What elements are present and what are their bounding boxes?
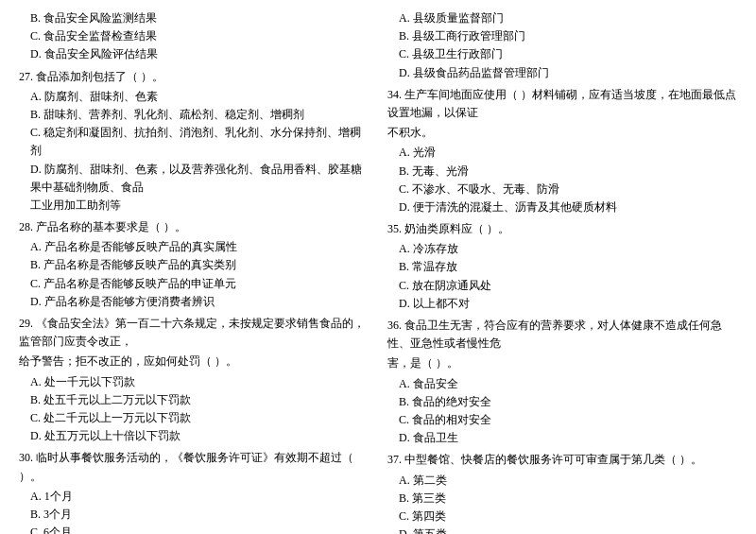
q27-option-a: A. 防腐剂、甜味剂、色素 [19, 88, 369, 106]
q35-option-c: C. 放在阴凉通风处 [387, 277, 737, 295]
q34-option-d: D. 便于清洗的混凝土、沥青及其他硬质材料 [387, 198, 737, 216]
q35-option-a: A. 冷冻存放 [387, 240, 737, 258]
q34-option-a: A. 光滑 [387, 144, 737, 162]
q30-option-b: B. 3个月 [19, 506, 369, 524]
q37-option-d: D. 第五类 [387, 525, 737, 534]
q33-option-a: A. 县级质量监督部门 [387, 9, 737, 27]
left-column: B. 食品安全风险监测结果 C. 食品安全监督检查结果 D. 食品安全风险评估结… [19, 9, 369, 534]
q35-option-b: B. 常温存放 [387, 258, 737, 276]
q34-option-c: C. 不渗水、不吸水、无毒、防滑 [387, 181, 737, 198]
q29-text1: 29. 《食品安全法》第一百二十六条规定，未按规定要求销售食品的，监管部门应责令… [19, 315, 369, 351]
q28-option-d: D. 产品名称是否能够方便消费者辨识 [19, 293, 369, 311]
q37-option-a: A. 第二类 [387, 472, 737, 490]
q34-option-b: B. 无毒、光滑 [387, 163, 737, 181]
page-content: B. 食品安全风险监测结果 C. 食品安全监督检查结果 D. 食品安全风险评估结… [19, 9, 737, 534]
q34-text1: 34. 生产车间地面应使用（ ）材料铺砌，应有适当坡度，在地面最低点设置地漏，以… [387, 86, 737, 122]
question-33-options: A. 县级质量监督部门 B. 县级工商行政管理部门 C. 县级卫生行政部门 D.… [387, 9, 737, 82]
q34-text2: 不积水。 [387, 124, 737, 142]
q27-option-d1: D. 防腐剂、甜味剂、色素，以及营养强化剂、食品用香料、胶基糖果中基础剂物质、食… [19, 161, 369, 197]
q30-option-a: A. 1个月 [19, 488, 369, 506]
option-d-food-assess: D. 食品安全风险评估结果 [19, 45, 369, 63]
q28-text: 28. 产品名称的基本要求是（ ）。 [19, 218, 369, 236]
q36-text2: 害，是（ ）。 [387, 354, 737, 372]
question-30: 30. 临时从事餐饮服务活动的，《餐饮服务许可证》有效期不超过（ ）。 A. 1… [19, 449, 369, 534]
question-36: 36. 食品卫生无害，符合应有的营养要求，对人体健康不造成任何急性、亚急性或者慢… [387, 317, 737, 447]
question-34: 34. 生产车间地面应使用（ ）材料铺砌，应有适当坡度，在地面最低点设置地漏，以… [387, 86, 737, 216]
q27-text: 27. 食品添加剂包括了（ ）。 [19, 68, 369, 86]
q37-option-b: B. 第三类 [387, 490, 737, 508]
q36-option-c: C. 食品的相对安全 [387, 411, 737, 429]
q29-option-b: B. 处五千元以上二万元以下罚款 [19, 391, 369, 409]
q29-option-c: C. 处二千元以上一万元以下罚款 [19, 409, 369, 427]
question-28: 28. 产品名称的基本要求是（ ）。 A. 产品名称是否能够反映产品的真实属性 … [19, 218, 369, 311]
option-c-food-supervise: C. 食品安全监督检查结果 [19, 27, 369, 45]
q33-option-c: C. 县级卫生行政部门 [387, 45, 737, 63]
q37-option-c: C. 第四类 [387, 508, 737, 525]
q28-option-a: A. 产品名称是否能够反映产品的真实属性 [19, 238, 369, 256]
q36-text1: 36. 食品卫生无害，符合应有的营养要求，对人体健康不造成任何急性、亚急性或者慢… [387, 317, 737, 353]
q30-text: 30. 临时从事餐饮服务活动的，《餐饮服务许可证》有效期不超过（ ）。 [19, 449, 369, 485]
q27-option-c: C. 稳定剂和凝固剂、抗拍剂、消泡剂、乳化剂、水分保持剂、增稠剂 [19, 124, 369, 160]
q27-option-b: B. 甜味剂、营养剂、乳化剂、疏松剂、稳定剂、增稠剂 [19, 106, 369, 124]
q27-option-d2: 工业用加工助剂等 [19, 197, 369, 215]
q30-option-c: C. 6个月 [19, 524, 369, 534]
q28-option-b: B. 产品名称是否能够反映产品的真实类别 [19, 256, 369, 274]
q35-option-d: D. 以上都不对 [387, 295, 737, 313]
q35-text: 35. 奶油类原料应（ ）。 [387, 220, 737, 238]
question-27: 27. 食品添加剂包括了（ ）。 A. 防腐剂、甜味剂、色素 B. 甜味剂、营养… [19, 68, 369, 215]
q36-option-b: B. 食品的绝对安全 [387, 393, 737, 411]
q33-option-d: D. 县级食品药品监督管理部门 [387, 64, 737, 82]
option-b-food-risk: B. 食品安全风险监测结果 [19, 9, 369, 27]
q37-text: 37. 中型餐馆、快餐店的餐饮服务许可可审查属于第几类（ ）。 [387, 451, 737, 469]
q29-option-d: D. 处五万元以上十倍以下罚款 [19, 427, 369, 445]
q36-option-d: D. 食品卫生 [387, 429, 737, 447]
q33-option-b: B. 县级工商行政管理部门 [387, 27, 737, 45]
prev-question-options: B. 食品安全风险监测结果 C. 食品安全监督检查结果 D. 食品安全风险评估结… [19, 9, 369, 64]
q29-text2: 给予警告；拒不改正的，应如何处罚（ ）。 [19, 353, 369, 370]
question-35: 35. 奶油类原料应（ ）。 A. 冷冻存放 B. 常温存放 C. 放在阴凉通风… [387, 220, 737, 313]
q36-option-a: A. 食品安全 [387, 375, 737, 393]
q29-option-a: A. 处一千元以下罚款 [19, 373, 369, 391]
question-29: 29. 《食品安全法》第一百二十六条规定，未按规定要求销售食品的，监管部门应责令… [19, 315, 369, 445]
q28-option-c: C. 产品名称是否能够反映产品的申证单元 [19, 275, 369, 293]
question-37: 37. 中型餐馆、快餐店的餐饮服务许可可审查属于第几类（ ）。 A. 第二类 B… [387, 451, 737, 534]
right-column: A. 县级质量监督部门 B. 县级工商行政管理部门 C. 县级卫生行政部门 D.… [387, 9, 737, 534]
